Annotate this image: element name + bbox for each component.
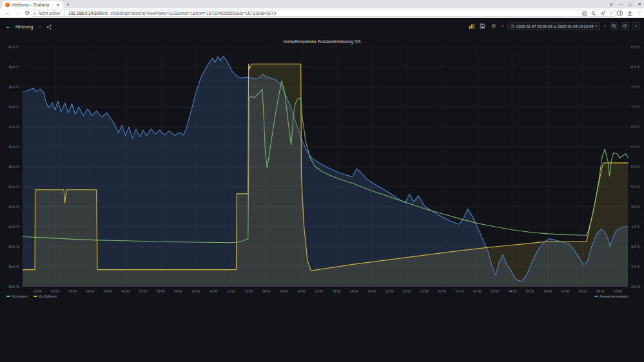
time-shift-forward-button[interactable]: › bbox=[603, 24, 607, 29]
grafana-topbar-right: ⚙ ‹ ◷ 2023-01-07 00:06:06 to 2023-01-08 … bbox=[467, 22, 640, 30]
bookmark-star-icon[interactable]: ☆ bbox=[609, 11, 613, 15]
browser-tab[interactable]: Heizung - Grafana ✕ bbox=[2, 1, 63, 8]
time-shift-back-button[interactable]: ‹ bbox=[500, 24, 505, 29]
lens-icon[interactable] bbox=[582, 11, 587, 16]
time-range-picker[interactable]: ◷ 2023-01-07 00:06:06 to 2023-01-08 10:2… bbox=[507, 22, 600, 30]
grafana-favicon-icon bbox=[5, 3, 10, 7]
y-axis-right-tick: 3.5 °C bbox=[631, 245, 644, 249]
time-range-text: 2023-01-07 00:06:06 to 2023-01-08 10:24:… bbox=[516, 24, 594, 28]
back-button[interactable]: ← bbox=[5, 10, 10, 16]
url-path: /d/_cfQ8dRgz/heizung?viewPanel=123&orgId… bbox=[104, 11, 276, 15]
side-panel-icon[interactable] bbox=[617, 10, 623, 16]
dashboard-settings-button[interactable]: ⚙ bbox=[489, 22, 498, 30]
omnibox-divider bbox=[64, 11, 64, 15]
legend-item[interactable]: VL-Istwert bbox=[6, 294, 28, 298]
legend-label: Aussentemperatur bbox=[600, 294, 629, 298]
x-axis-tick: 03:00 bbox=[68, 289, 77, 293]
y-axis-right-tick: 6.5 °C bbox=[631, 125, 644, 129]
x-axis-tick: 16:00 bbox=[297, 289, 306, 293]
y-axis-left-tick: 22.0 °C bbox=[1, 225, 19, 229]
y-axis-left-tick: 16.0 °C bbox=[1, 285, 19, 289]
grafana-topbar-left: ← Heizung ☆ bbox=[5, 24, 52, 30]
x-axis-tick: 08:00 bbox=[579, 289, 587, 293]
y-axis-right-tick: 7.0 °C bbox=[631, 105, 644, 109]
y-axis-right-tick: 8.0 °C bbox=[631, 65, 644, 69]
x-axis-tick: 01:00 bbox=[34, 289, 42, 293]
window-maximize-icon[interactable]: □ bbox=[629, 1, 632, 8]
x-axis-tick: 13:00 bbox=[244, 289, 253, 293]
clock-icon: ◷ bbox=[511, 24, 514, 28]
y-axis-right-tick: 3.0 °C bbox=[631, 265, 644, 269]
save-dashboard-button[interactable] bbox=[478, 22, 487, 30]
not-secure-label[interactable]: Nicht sicher bbox=[38, 11, 60, 15]
search-icon[interactable] bbox=[591, 11, 596, 16]
x-axis-tick: 14:00 bbox=[262, 289, 271, 293]
y-axis-right-tick: 4.0 °C bbox=[631, 225, 644, 229]
y-axis-left-tick: 30.0 °C bbox=[1, 145, 19, 149]
toolbar-right: ⋮ bbox=[617, 9, 642, 17]
x-axis-tick: 10:00 bbox=[614, 289, 622, 293]
y-axis-left-tick: 32.0 °C bbox=[1, 125, 19, 129]
y-axis-right-tick: 8.5 °C bbox=[631, 45, 644, 49]
send-share-icon[interactable] bbox=[600, 11, 605, 16]
not-secure-warning-icon[interactable]: ⚠ bbox=[33, 12, 36, 15]
x-axis-tick: 10:00 bbox=[192, 289, 200, 293]
y-axis-right-tick: 7.5 °C bbox=[631, 85, 644, 89]
y-axis-left-tick: 28.0 °C bbox=[1, 165, 19, 169]
share-icon[interactable] bbox=[46, 24, 52, 30]
url-host: 192.168.0.14:3000 bbox=[68, 11, 103, 15]
x-axis-tick: 18:00 bbox=[333, 289, 341, 293]
y-axis-right-tick: 5.5 °C bbox=[631, 165, 644, 169]
x-axis-tick: 05:00 bbox=[104, 289, 112, 293]
panel-chart-button[interactable] bbox=[467, 22, 476, 30]
x-axis-tick: 06:00 bbox=[121, 289, 130, 293]
y-axis-right-tick: 2.5 °C bbox=[631, 285, 644, 289]
dashboard-title[interactable]: Heizung bbox=[15, 24, 34, 30]
browser-menu-icon[interactable]: ⋮ bbox=[637, 11, 642, 16]
tab-search-chevron-icon[interactable]: ∨ bbox=[610, 1, 613, 8]
x-axis-tick: 19:00 bbox=[350, 289, 358, 293]
window-minimize-icon[interactable]: — bbox=[619, 1, 623, 8]
profile-avatar-icon[interactable] bbox=[627, 10, 633, 17]
refresh-interval-dropdown[interactable]: ▾ bbox=[632, 22, 640, 30]
legend-swatch-icon bbox=[6, 296, 10, 297]
y-axis-left-tick: 26.0 °C bbox=[1, 185, 19, 189]
chart-plot-area[interactable] bbox=[23, 47, 629, 287]
y-axis-left-tick: 38.0 °C bbox=[1, 65, 19, 69]
legend-item[interactable]: VL-Sollwert bbox=[34, 294, 57, 298]
x-axis-tick: 07:00 bbox=[139, 289, 148, 293]
browser-toolbar: ← → ⟳ ⚠ Nicht sicher 192.168.0.14:3000/d… bbox=[0, 8, 644, 18]
zoom-out-button[interactable] bbox=[610, 22, 618, 30]
refresh-caret-icon: ▾ bbox=[635, 24, 637, 28]
tab-close-icon[interactable]: ✕ bbox=[56, 3, 60, 7]
x-axis-tick: 21:00 bbox=[385, 289, 394, 293]
y-axis-left-tick: 20.0 °C bbox=[1, 245, 19, 249]
x-axis-tick: 02:00 bbox=[473, 289, 482, 293]
x-axis-tick: 23:00 bbox=[420, 289, 429, 293]
chart-bars-icon bbox=[469, 23, 475, 29]
x-axis-tick: 08:00 bbox=[157, 289, 165, 293]
url-text[interactable]: 192.168.0.14:3000/d/_cfQ8dRgz/heizung?vi… bbox=[68, 11, 580, 15]
panel-title[interactable]: Vorlauftemperatur Fussbodenheizung OG bbox=[0, 39, 644, 44]
forward-button: → bbox=[15, 10, 21, 16]
grafana-back-arrow-icon[interactable]: ← bbox=[5, 24, 11, 30]
y-axis-right-tick: 6.0 °C bbox=[631, 145, 644, 149]
address-bar[interactable]: ⚠ Nicht sicher 192.168.0.14:3000/d/_cfQ8… bbox=[29, 10, 617, 17]
y-axis-left-tick: 24.0 °C bbox=[1, 205, 19, 209]
window-close-icon[interactable]: ✕ bbox=[638, 1, 641, 8]
timeseries-chart[interactable] bbox=[23, 47, 629, 287]
x-axis-tick: 20:00 bbox=[367, 289, 376, 293]
favorite-star-icon[interactable]: ☆ bbox=[38, 24, 42, 29]
new-tab-button[interactable]: + bbox=[66, 1, 70, 8]
refresh-button[interactable]: ⟳ bbox=[621, 22, 629, 30]
y-axis-right-tick: 5.0 °C bbox=[631, 185, 644, 189]
legend-label: VL-Istwert bbox=[12, 294, 28, 298]
grafana-app: ← Heizung ☆ ⚙ ‹ ◷ 2023-01-07 00:06:06 bbox=[0, 18, 644, 362]
zoom-out-magnifier-icon bbox=[611, 23, 617, 29]
grafana-topbar: ← Heizung ☆ ⚙ ‹ ◷ 2023-01-07 00:06:06 bbox=[0, 18, 644, 37]
x-axis-tick: 00:00 bbox=[438, 289, 447, 293]
save-floppy-icon bbox=[480, 23, 485, 29]
legend-item[interactable]: Aussentemperatur bbox=[594, 294, 629, 298]
refresh-icon: ⟳ bbox=[623, 24, 627, 29]
x-axis-tick: 11:00 bbox=[210, 289, 217, 293]
